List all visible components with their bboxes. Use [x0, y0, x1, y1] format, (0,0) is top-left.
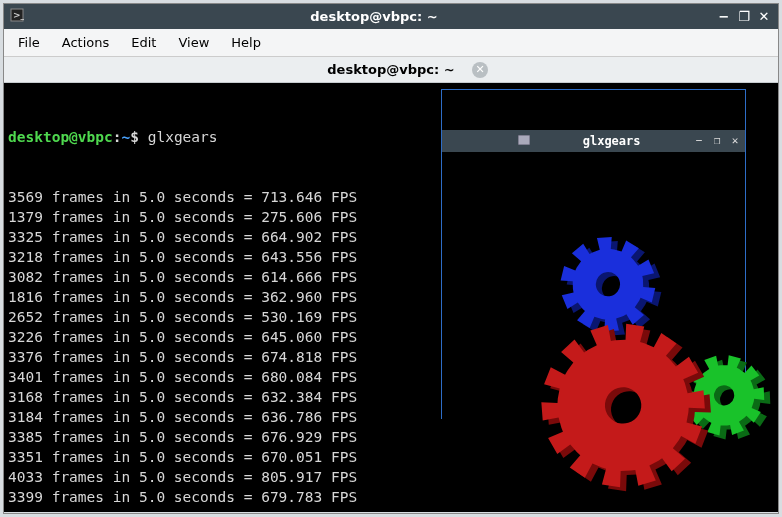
app-icon: >_	[10, 8, 24, 25]
glxgears-controls: − ❐ ✕	[693, 135, 741, 147]
menubar: File Actions Edit View Help	[4, 29, 778, 57]
menu-help[interactable]: Help	[231, 35, 261, 50]
glxgears-minimize-button[interactable]: −	[693, 135, 705, 147]
menu-actions[interactable]: Actions	[62, 35, 110, 50]
glxgears-window[interactable]: glxgears − ❐ ✕	[441, 89, 746, 419]
menu-edit[interactable]: Edit	[131, 35, 156, 50]
glxgears-titlebar[interactable]: glxgears − ❐ ✕	[442, 130, 745, 152]
close-button[interactable]: ✕	[758, 11, 770, 23]
tab-close-button[interactable]: ✕	[472, 62, 488, 78]
prompt-sep: :	[113, 129, 122, 145]
window-title: desktop@vbpc: ~	[30, 9, 718, 24]
glxgears-app-icon	[446, 111, 530, 171]
tab-label: desktop@vbpc: ~	[327, 62, 454, 77]
svg-text:>_: >_	[13, 10, 24, 20]
window-controls: − ❐ ✕	[718, 11, 770, 23]
minimize-button[interactable]: −	[718, 11, 730, 23]
terminal[interactable]: desktop@vbpc:~$ glxgears 3569 frames in …	[4, 83, 778, 512]
window-titlebar[interactable]: >_ desktop@vbpc: ~ − ❐ ✕	[4, 4, 778, 29]
terminal-window: >_ desktop@vbpc: ~ − ❐ ✕ File Actions Ed…	[3, 3, 779, 514]
glxgears-title: glxgears	[530, 131, 693, 151]
svg-rect-2	[518, 135, 530, 145]
tabbar: desktop@vbpc: ~ ✕	[4, 57, 778, 83]
prompt-command: glxgears	[148, 129, 218, 145]
prompt-dollar: $	[130, 129, 139, 145]
glxgears-maximize-button[interactable]: ❐	[711, 135, 723, 147]
tab[interactable]: desktop@vbpc: ~	[327, 62, 454, 77]
prompt-userhost: desktop@vbpc	[8, 129, 113, 145]
red-gear	[533, 316, 712, 495]
maximize-button[interactable]: ❐	[738, 11, 750, 23]
menu-view[interactable]: View	[178, 35, 209, 50]
glxgears-canvas	[442, 192, 745, 498]
menu-file[interactable]: File	[18, 35, 40, 50]
prompt-path: ~	[122, 129, 131, 145]
glxgears-close-button[interactable]: ✕	[729, 135, 741, 147]
